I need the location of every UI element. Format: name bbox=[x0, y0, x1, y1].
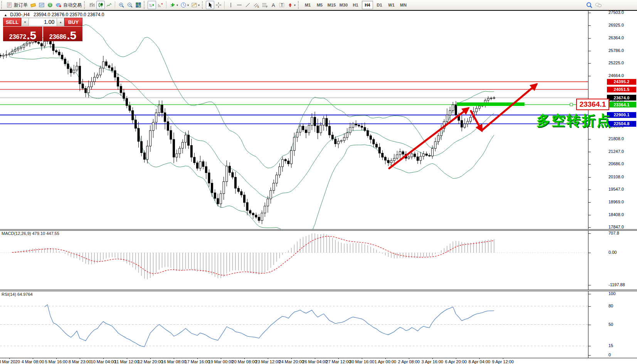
fibonacci-icon: F bbox=[262, 2, 268, 8]
timeframe-mn[interactable]: MN bbox=[398, 1, 409, 9]
axis-tick bbox=[588, 152, 591, 152]
cursor-button[interactable] bbox=[206, 1, 214, 9]
text-label-icon: T bbox=[279, 2, 285, 8]
horizontal-line-button[interactable] bbox=[235, 1, 244, 9]
timeframe-w1[interactable]: W1 bbox=[386, 1, 397, 9]
signal-button[interactable] bbox=[46, 1, 54, 9]
toolbar-grip[interactable] bbox=[144, 1, 146, 9]
toolbar-separator bbox=[166, 1, 167, 9]
axis-tick bbox=[588, 13, 591, 13]
ticket-button[interactable] bbox=[29, 1, 37, 9]
axis-tick bbox=[588, 306, 591, 307]
axis-label: 18408.0 bbox=[608, 212, 624, 217]
search-button[interactable] bbox=[585, 1, 594, 9]
axis-label: 21247.0 bbox=[608, 149, 624, 154]
axis-tick bbox=[588, 202, 591, 203]
pane-separator[interactable] bbox=[0, 290, 637, 291]
community-chat-button[interactable] bbox=[594, 1, 603, 9]
rsi-pane[interactable] bbox=[0, 291, 588, 358]
price-tag: 23364.1 bbox=[607, 102, 636, 107]
one-click-collapse-icon[interactable]: ▲ bbox=[4, 13, 7, 17]
main-price-chart[interactable] bbox=[0, 11, 588, 229]
timeframe-m30[interactable]: M30 bbox=[338, 1, 349, 9]
tile-windows-button[interactable] bbox=[134, 1, 143, 9]
sell-price-quote[interactable]: 23672 .5 bbox=[3, 27, 42, 41]
rsi-label: RSI(14) 64.9764 bbox=[2, 292, 33, 297]
turning-point-annotation[interactable]: 多空转折点 bbox=[536, 111, 612, 130]
price-level-callout[interactable]: 23364.1 bbox=[576, 99, 609, 110]
timeframe-m15[interactable]: M15 bbox=[326, 1, 337, 9]
axis-tick bbox=[588, 253, 591, 253]
axis-label: -1197.88 bbox=[608, 282, 625, 287]
templates-icon bbox=[191, 2, 197, 8]
axis-label: 707.8 bbox=[608, 231, 619, 235]
price-tag: 24051.5 bbox=[607, 87, 636, 92]
chart-shift-button[interactable] bbox=[156, 1, 165, 9]
crosshair-button[interactable] bbox=[214, 1, 223, 9]
chart-bottom-border bbox=[0, 358, 637, 358]
price-axis[interactable]: 27503.026925.026364.025786.025225.024664… bbox=[588, 11, 637, 358]
ticket-icon bbox=[30, 2, 36, 8]
volume-up-button[interactable]: ▲ bbox=[57, 18, 64, 26]
zoom-in-icon bbox=[118, 2, 124, 8]
axis-tick bbox=[588, 285, 591, 285]
timeframe-m5[interactable]: M5 bbox=[314, 1, 325, 9]
bar-chart-icon bbox=[89, 2, 95, 8]
buy-button[interactable]: BUY bbox=[64, 18, 82, 26]
chart-window-button[interactable] bbox=[37, 1, 46, 9]
toolbar-grip[interactable] bbox=[1, 1, 4, 9]
time-axis[interactable]: 3 Mar 20204 Mar 08:005 Mar 16:008 Mar 23… bbox=[0, 358, 637, 364]
fibonacci-button[interactable]: F bbox=[261, 1, 269, 9]
periods-button[interactable]: ▾ bbox=[179, 1, 190, 9]
svg-text:F: F bbox=[266, 5, 268, 8]
toolbar-grip[interactable] bbox=[298, 1, 301, 9]
autotrading-label: 自动交易 bbox=[63, 2, 82, 8]
auto-scroll-button[interactable] bbox=[148, 1, 156, 9]
arrows-button[interactable]: ▾ bbox=[286, 1, 297, 9]
line-chart-button[interactable] bbox=[105, 1, 113, 9]
axis-tick bbox=[588, 294, 591, 294]
candlestick-chart-icon bbox=[97, 2, 104, 8]
new-order-button[interactable]: 新订单 bbox=[5, 1, 29, 9]
candlestick-chart-button[interactable] bbox=[96, 1, 105, 9]
volume-down-button[interactable]: ▼ bbox=[21, 18, 29, 26]
autotrading-button[interactable]: 自动交易 bbox=[54, 1, 83, 9]
axis-label: 0.00 bbox=[608, 250, 617, 255]
macd-pane[interactable] bbox=[0, 231, 588, 290]
indicators-button[interactable]: ▾ bbox=[168, 1, 179, 9]
price-tag: 23674.0 bbox=[607, 95, 636, 101]
zoom-out-button[interactable] bbox=[126, 1, 134, 9]
volume-input[interactable]: 1.00 bbox=[29, 18, 57, 26]
vertical-line-button[interactable] bbox=[227, 1, 235, 9]
svg-text:E: E bbox=[257, 5, 259, 8]
templates-button[interactable]: ▾ bbox=[190, 1, 201, 9]
text-button[interactable]: A bbox=[269, 1, 277, 9]
pane-separator[interactable] bbox=[0, 229, 637, 231]
chart-window-icon bbox=[39, 2, 45, 8]
red-trend-arrow bbox=[482, 84, 536, 130]
zoom-in-button[interactable] bbox=[117, 1, 126, 9]
auto-scroll-icon bbox=[149, 2, 155, 8]
buy-price-quote[interactable]: 23686 .5 bbox=[43, 27, 82, 41]
axis-tick bbox=[588, 76, 591, 76]
timeframe-h1[interactable]: H1 bbox=[350, 1, 361, 9]
timeframe-m1[interactable]: M1 bbox=[302, 1, 313, 9]
timeframe-d1[interactable]: D1 bbox=[374, 1, 385, 9]
bar-chart-button[interactable] bbox=[88, 1, 96, 9]
sell-button[interactable]: SELL bbox=[3, 18, 21, 26]
price-tag: 24395.2 bbox=[607, 79, 636, 85]
new-order-label: 新订单 bbox=[14, 2, 28, 8]
axis-label: 15 bbox=[608, 343, 613, 348]
toolbar-grip[interactable] bbox=[84, 1, 87, 9]
timeframe-h4[interactable]: H4 bbox=[362, 1, 373, 9]
trendline-button[interactable] bbox=[244, 1, 252, 9]
toolbar-grip[interactable] bbox=[202, 1, 205, 9]
macd-label: MACD(12,26,9) 479.10 447.55 bbox=[2, 231, 59, 236]
axis-label: 26364.0 bbox=[608, 35, 624, 40]
channel-button[interactable]: E bbox=[252, 1, 261, 9]
axis-label: 19547.0 bbox=[608, 187, 624, 191]
rsi-line bbox=[45, 305, 494, 347]
text-label-button[interactable]: T bbox=[277, 1, 286, 9]
new-order-icon bbox=[6, 2, 12, 8]
axis-label: 17847.0 bbox=[608, 225, 624, 229]
